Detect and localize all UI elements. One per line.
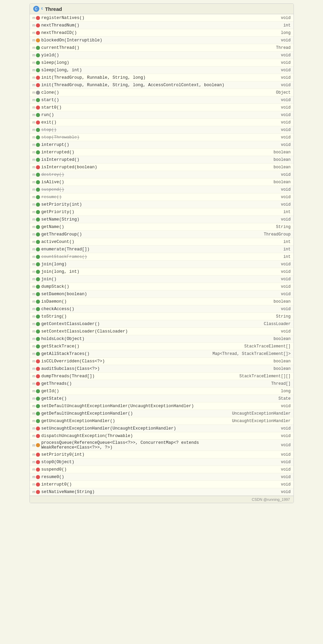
method-name: nextThreadID() bbox=[41, 31, 237, 35]
table-row[interactable]: mdumpStack()void bbox=[30, 283, 294, 290]
table-row[interactable]: mgetStackTrace()StackTraceElement[] bbox=[30, 343, 294, 350]
table-row[interactable]: misAlive()boolean bbox=[30, 178, 294, 186]
table-row[interactable]: mstart0()void bbox=[30, 104, 294, 111]
return-type: String bbox=[237, 225, 291, 229]
table-row[interactable]: mstop0(Object)void bbox=[30, 458, 294, 466]
table-row[interactable]: mrun()void bbox=[30, 111, 294, 119]
table-row[interactable]: mnextThreadID()long bbox=[30, 29, 294, 37]
access-icon bbox=[36, 443, 40, 447]
method-icon: m bbox=[33, 468, 35, 471]
table-row[interactable]: mclone()Object bbox=[30, 89, 294, 96]
table-row[interactable]: mcountStackFrames()int bbox=[30, 253, 294, 261]
access-icon bbox=[36, 404, 40, 408]
table-row[interactable]: mgetAllStackTraces()Map<Thread, StackTra… bbox=[30, 350, 294, 358]
table-row[interactable]: myield()void bbox=[30, 52, 294, 59]
method-icon: m bbox=[33, 173, 35, 176]
table-row[interactable]: misInterrupted(boolean)boolean bbox=[30, 164, 294, 171]
method-icon: m bbox=[33, 285, 35, 288]
table-row[interactable]: msetName(String)void bbox=[30, 216, 294, 223]
table-row[interactable]: mgetThreads()Thread[] bbox=[30, 380, 294, 387]
method-icon: m bbox=[33, 188, 35, 191]
table-row[interactable]: mactiveCount()int bbox=[30, 238, 294, 246]
table-row[interactable]: mblockedOn(Interruptible)void bbox=[30, 37, 294, 44]
table-row[interactable]: minterrupt0()void bbox=[30, 481, 294, 488]
table-row[interactable]: misCCLOverridden(Class<?>)boolean bbox=[30, 358, 294, 365]
table-row[interactable]: mstart()void bbox=[30, 96, 294, 104]
method-name: setDaemon(boolean) bbox=[41, 292, 237, 297]
method-icon: m bbox=[33, 76, 35, 79]
table-row[interactable]: mresume()void bbox=[30, 193, 294, 201]
table-row[interactable]: msetPriority0(int)void bbox=[30, 451, 294, 458]
method-icon: m bbox=[33, 128, 35, 132]
access-icon bbox=[36, 300, 40, 304]
method-name: countStackFrames() bbox=[41, 254, 237, 259]
table-row[interactable]: mstop(Throwable)void bbox=[30, 134, 294, 141]
table-row[interactable]: msleep(long, int)void bbox=[30, 67, 294, 74]
table-row[interactable]: mdumpThreads(Thread[])StackTraceElement[… bbox=[30, 373, 294, 380]
access-icon bbox=[36, 382, 40, 386]
table-row[interactable]: mgetThreadGroup()ThreadGroup bbox=[30, 231, 294, 238]
method-icon: m bbox=[33, 240, 35, 244]
return-type: ThreadGroup bbox=[237, 232, 291, 237]
return-type: boolean bbox=[237, 150, 291, 155]
table-row[interactable]: mgetUncaughtExceptionHandler()UncaughtEx… bbox=[30, 417, 294, 425]
method-icon: m bbox=[33, 329, 35, 333]
table-row[interactable]: mprocessQueue(ReferenceQueue<Class<?>>, … bbox=[30, 440, 294, 451]
table-row[interactable]: mgetContextClassLoader()ClassLoader bbox=[30, 320, 294, 328]
method-name: suspend() bbox=[41, 187, 237, 192]
table-row[interactable]: mgetPriority()int bbox=[30, 208, 294, 216]
access-icon bbox=[36, 16, 40, 20]
table-row[interactable]: minterrupted()boolean bbox=[30, 149, 294, 156]
table-row[interactable]: mtoString()String bbox=[30, 313, 294, 320]
method-icon: m bbox=[33, 255, 35, 259]
method-name: join(long, int) bbox=[41, 269, 237, 274]
table-row[interactable]: mresume0()void bbox=[30, 473, 294, 481]
table-row[interactable]: msleep(long)void bbox=[30, 59, 294, 67]
table-row[interactable]: msetUncaughtExceptionHandler(UncaughtExc… bbox=[30, 425, 294, 432]
table-row[interactable]: minit(ThreadGroup, Runnable, String, lon… bbox=[30, 81, 294, 89]
method-name: getId() bbox=[41, 389, 237, 394]
table-row[interactable]: msetContextClassLoader(ClassLoader)void bbox=[30, 328, 294, 335]
table-row[interactable]: mdestroy()void bbox=[30, 171, 294, 178]
method-name: getName() bbox=[41, 225, 237, 229]
table-row[interactable]: msetPriority(int)void bbox=[30, 201, 294, 208]
access-icon bbox=[36, 285, 40, 289]
table-row[interactable]: msetDaemon(boolean)void bbox=[30, 290, 294, 298]
table-row[interactable]: mgetDefaultUncaughtExceptionHandler()Unc… bbox=[30, 410, 294, 417]
table-row[interactable]: mgetId()long bbox=[30, 387, 294, 395]
table-row[interactable]: mexit()void bbox=[30, 119, 294, 126]
table-row[interactable]: mcurrentThread()Thread bbox=[30, 44, 294, 52]
table-row[interactable]: menumerate(Thread[])int bbox=[30, 246, 294, 253]
table-row[interactable]: mgetName()String bbox=[30, 223, 294, 231]
table-row[interactable]: mcheckAccess()void bbox=[30, 305, 294, 313]
method-name: isDaemon() bbox=[41, 299, 237, 304]
method-name: auditSubclass(Class<?>) bbox=[41, 366, 237, 371]
table-row[interactable]: msuspend()void bbox=[30, 186, 294, 193]
table-row[interactable]: mjoin(long, int)void bbox=[30, 268, 294, 276]
table-row[interactable]: mgetState()State bbox=[30, 395, 294, 402]
table-row[interactable]: mjoin()void bbox=[30, 276, 294, 283]
return-type: boolean bbox=[237, 366, 291, 371]
access-icon bbox=[36, 329, 40, 334]
table-row[interactable]: mstop()void bbox=[30, 126, 294, 134]
return-type: void bbox=[237, 113, 291, 117]
table-row[interactable]: misInterrupted()boolean bbox=[30, 156, 294, 164]
method-name: nextThreadNum() bbox=[41, 23, 237, 28]
method-name: yield() bbox=[41, 53, 237, 58]
table-row[interactable]: minit(ThreadGroup, Runnable, String, lon… bbox=[30, 74, 294, 81]
table-row[interactable]: msetNativeName(String)void bbox=[30, 488, 294, 496]
table-row[interactable]: mdispatchUncaughtException(Throwable)voi… bbox=[30, 432, 294, 440]
table-row[interactable]: mauditSubclass(Class<?>)boolean bbox=[30, 365, 294, 373]
table-row[interactable]: mholdsLock(Object)boolean bbox=[30, 335, 294, 343]
table-row[interactable]: minterrupt()void bbox=[30, 141, 294, 149]
table-row[interactable]: mnextThreadNum()int bbox=[30, 22, 294, 29]
method-icon: m bbox=[33, 232, 35, 236]
method-icon: m bbox=[33, 315, 35, 318]
table-row[interactable]: msuspend0()void bbox=[30, 466, 294, 473]
return-type: void bbox=[237, 195, 291, 200]
table-row[interactable]: mregisterNatives()void bbox=[30, 14, 294, 22]
table-row[interactable]: mjoin(long)void bbox=[30, 261, 294, 268]
table-row[interactable]: misDaemon()boolean bbox=[30, 298, 294, 305]
method-icon: m bbox=[33, 16, 35, 20]
table-row[interactable]: msetDefaultUncaughtExceptionHandler(Unca… bbox=[30, 402, 294, 410]
